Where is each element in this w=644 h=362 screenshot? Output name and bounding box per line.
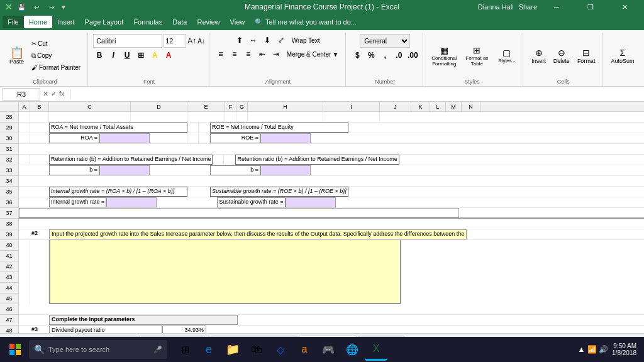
cell-c51-input-header[interactable]: Complete the Input parameters: [49, 315, 238, 325]
taskbar-file-explorer[interactable]: 📁: [221, 338, 244, 361]
bold-btn[interactable]: B: [93, 49, 106, 62]
cell-g35[interactable]: [199, 187, 210, 197]
col-l[interactable]: L: [430, 102, 446, 111]
minimize-btn[interactable]: ─: [542, 0, 571, 14]
fill-color-btn[interactable]: A: [148, 49, 161, 62]
font-size-input[interactable]: [164, 34, 186, 48]
cell-b32[interactable]: [30, 155, 49, 165]
row-37[interactable]: 37: [0, 208, 18, 219]
align-top-btn[interactable]: ⬆: [233, 34, 246, 47]
left-align-btn[interactable]: ≡: [214, 48, 227, 60]
row-44[interactable]: 44: [0, 283, 18, 293]
menu-data[interactable]: Data: [167, 16, 192, 28]
autosum-btn[interactable]: Σ AutoSum: [608, 40, 637, 72]
cell-b28[interactable]: [30, 112, 49, 122]
increase-decimal-btn[interactable]: .00: [406, 49, 419, 62]
number-format-select[interactable]: General: [360, 34, 410, 48]
cell-i33-b-value[interactable]: [260, 165, 311, 175]
col-h[interactable]: H: [248, 102, 323, 111]
taskbar-dropbox[interactable]: ◇: [269, 338, 292, 361]
cell-d33-b-value[interactable]: [99, 165, 150, 175]
cell-h33-b-label[interactable]: b =: [210, 165, 260, 175]
cell-c35-igr-formula[interactable]: Internal growth rate = (ROA × b) / [1 – …: [49, 187, 187, 197]
text-direction-btn[interactable]: ⤢: [275, 34, 287, 47]
cell-h29-roe-label[interactable]: ROE = Net Income / Total Equity: [210, 123, 348, 133]
cell-f33[interactable]: [187, 165, 199, 175]
row-34[interactable]: 34: [0, 176, 18, 187]
cell-e30[interactable]: [150, 133, 187, 143]
confirm-formula-icon[interactable]: ✓: [51, 90, 57, 98]
cell-f36[interactable]: [194, 197, 206, 207]
taskbar-chrome[interactable]: 🌐: [341, 338, 364, 361]
menu-home[interactable]: Home: [24, 16, 52, 28]
conditional-formatting-btn[interactable]: ▦ Conditional Formatting: [428, 40, 460, 72]
taskbar-app1[interactable]: 🎮: [317, 338, 340, 361]
close-btn[interactable]: ✕: [610, 0, 639, 14]
cell-a29[interactable]: [19, 123, 30, 133]
taskbar-amazon[interactable]: a: [293, 338, 316, 361]
insert-cells-btn[interactable]: ⊕ Insert: [528, 40, 549, 72]
cell-a36[interactable]: [19, 197, 30, 207]
taskbar-edge[interactable]: e: [197, 338, 220, 361]
formula-input[interactable]: [75, 88, 641, 101]
cell-f30[interactable]: [187, 133, 199, 143]
col-k[interactable]: K: [411, 102, 430, 111]
col-e[interactable]: E: [187, 102, 225, 111]
decrease-font-btn[interactable]: A↓: [197, 38, 205, 45]
border-btn[interactable]: ⊞: [135, 49, 147, 62]
menu-view[interactable]: View: [225, 16, 250, 28]
row-40[interactable]: 40: [0, 240, 18, 251]
cut-btn[interactable]: ✂ Cut: [28, 38, 84, 50]
wrap-text-btn[interactable]: Wrap Text: [289, 35, 323, 46]
cell-b39-num2[interactable]: #2: [30, 229, 49, 239]
format-cells-btn[interactable]: ⊟ Format: [574, 40, 599, 72]
cell-i28[interactable]: [323, 112, 380, 122]
align-middle-btn[interactable]: ↔: [247, 34, 260, 47]
row-46[interactable]: 46: [0, 304, 18, 315]
start-button[interactable]: [3, 337, 28, 362]
col-n[interactable]: N: [462, 102, 480, 111]
row-32[interactable]: 32: [0, 155, 18, 165]
insert-function-icon[interactable]: fx: [59, 90, 65, 98]
cell-a33[interactable]: [19, 165, 30, 175]
row-33[interactable]: 33: [0, 165, 18, 176]
cell-g28[interactable]: [236, 112, 248, 122]
cell-c36-igr-label[interactable]: Internal growth rate =: [49, 197, 106, 207]
decrease-decimal-btn[interactable]: .0: [392, 49, 405, 62]
cell-d28[interactable]: [131, 112, 187, 122]
cell-b30[interactable]: [30, 133, 49, 143]
cell-a38[interactable]: [19, 219, 145, 229]
menu-insert[interactable]: Insert: [52, 16, 80, 28]
cell-b40-spacer[interactable]: [30, 240, 49, 304]
cell-g32[interactable]: [224, 155, 235, 165]
font-color-btn[interactable]: A: [162, 49, 175, 62]
cell-b51[interactable]: [30, 315, 49, 325]
cell-c32-retention-label1[interactable]: Retention ratio (b) = Addition to Retain…: [49, 155, 213, 165]
cell-e36[interactable]: [157, 197, 194, 207]
cell-b29[interactable]: [30, 123, 49, 133]
restore-btn[interactable]: ❐: [576, 0, 605, 14]
col-f[interactable]: F: [225, 102, 236, 111]
cell-a37-border[interactable]: [19, 208, 459, 217]
menu-page-layout[interactable]: Page Layout: [80, 16, 129, 28]
cell-f28[interactable]: [225, 112, 236, 122]
cell-e28[interactable]: [187, 112, 225, 122]
format-as-table-btn[interactable]: ⊞ Format as Table: [461, 40, 492, 72]
quick-redo-btn[interactable]: ↪: [45, 1, 58, 13]
center-align-btn[interactable]: ≡: [228, 48, 241, 60]
row-35[interactable]: 35: [0, 187, 18, 197]
tell-me-input[interactable]: 🔍 Tell me what you want to do...: [250, 16, 362, 29]
cell-a31[interactable]: [19, 144, 30, 154]
cell-a51[interactable]: [19, 315, 30, 325]
cell-a39[interactable]: [19, 229, 30, 239]
right-align-btn[interactable]: ≡: [242, 48, 255, 60]
cell-a28[interactable]: [19, 112, 30, 122]
cell-styles-btn[interactable]: ▢ Styles -: [494, 40, 519, 72]
yellow-answer-box[interactable]: [49, 240, 401, 304]
cell-c39-instruction[interactable]: Input the projected growth rate into the…: [49, 229, 467, 239]
clock-display[interactable]: 9:50 AM 1/8/2018: [612, 343, 636, 356]
cell-f32[interactable]: [213, 155, 224, 165]
col-b[interactable]: B: [30, 102, 49, 111]
cell-a52[interactable]: [19, 326, 30, 333]
cell-i30-roe-value[interactable]: [260, 133, 311, 143]
